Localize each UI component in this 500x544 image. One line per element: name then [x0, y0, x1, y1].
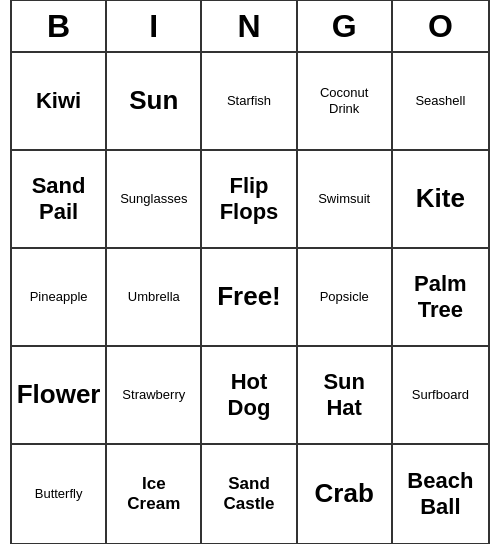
bingo-cell-7: FlipFlops — [202, 151, 297, 249]
cell-text-1: Sun — [129, 85, 178, 116]
header-letter-o: O — [393, 1, 488, 51]
cell-text-6: Sunglasses — [120, 191, 187, 207]
cell-text-4: Seashell — [415, 93, 465, 109]
bingo-cell-0: Kiwi — [12, 53, 107, 151]
bingo-cell-12: Free! — [202, 249, 297, 347]
cell-text-23: Crab — [315, 478, 374, 509]
cell-text-7: FlipFlops — [220, 173, 279, 226]
bingo-card: BINGO KiwiSunStarfishCoconutDrinkSeashel… — [10, 0, 490, 544]
cell-text-18: SunHat — [323, 369, 365, 422]
bingo-grid: KiwiSunStarfishCoconutDrinkSeashellSandP… — [12, 53, 488, 543]
bingo-cell-20: Butterfly — [12, 445, 107, 543]
bingo-cell-16: Strawberry — [107, 347, 202, 445]
cell-text-10: Pineapple — [30, 289, 88, 305]
cell-text-13: Popsicle — [320, 289, 369, 305]
cell-text-14: PalmTree — [414, 271, 467, 324]
cell-text-19: Surfboard — [412, 387, 469, 403]
header-letter-b: B — [12, 1, 107, 51]
cell-text-17: HotDog — [228, 369, 271, 422]
bingo-cell-17: HotDog — [202, 347, 297, 445]
cell-text-16: Strawberry — [122, 387, 185, 403]
bingo-cell-5: SandPail — [12, 151, 107, 249]
header-letter-i: I — [107, 1, 202, 51]
cell-text-5: SandPail — [32, 173, 86, 226]
cell-text-21: IceCream — [127, 474, 180, 515]
cell-text-9: Kite — [416, 183, 465, 214]
cell-text-12: Free! — [217, 281, 281, 312]
bingo-cell-24: BeachBall — [393, 445, 488, 543]
bingo-cell-18: SunHat — [298, 347, 393, 445]
cell-text-2: Starfish — [227, 93, 271, 109]
bingo-cell-22: SandCastle — [202, 445, 297, 543]
header-letter-n: N — [202, 1, 297, 51]
bingo-cell-9: Kite — [393, 151, 488, 249]
bingo-cell-14: PalmTree — [393, 249, 488, 347]
bingo-cell-1: Sun — [107, 53, 202, 151]
bingo-cell-10: Pineapple — [12, 249, 107, 347]
bingo-cell-8: Swimsuit — [298, 151, 393, 249]
cell-text-0: Kiwi — [36, 88, 81, 114]
bingo-header: BINGO — [12, 1, 488, 53]
cell-text-24: BeachBall — [407, 468, 473, 521]
header-letter-g: G — [298, 1, 393, 51]
bingo-cell-13: Popsicle — [298, 249, 393, 347]
bingo-cell-19: Surfboard — [393, 347, 488, 445]
cell-text-8: Swimsuit — [318, 191, 370, 207]
bingo-cell-4: Seashell — [393, 53, 488, 151]
bingo-cell-2: Starfish — [202, 53, 297, 151]
bingo-cell-23: Crab — [298, 445, 393, 543]
cell-text-11: Umbrella — [128, 289, 180, 305]
bingo-cell-6: Sunglasses — [107, 151, 202, 249]
cell-text-20: Butterfly — [35, 486, 83, 502]
bingo-cell-11: Umbrella — [107, 249, 202, 347]
cell-text-22: SandCastle — [223, 474, 274, 515]
bingo-cell-3: CoconutDrink — [298, 53, 393, 151]
bingo-cell-15: Flower — [12, 347, 107, 445]
bingo-cell-21: IceCream — [107, 445, 202, 543]
cell-text-15: Flower — [17, 379, 101, 410]
cell-text-3: CoconutDrink — [320, 85, 368, 116]
